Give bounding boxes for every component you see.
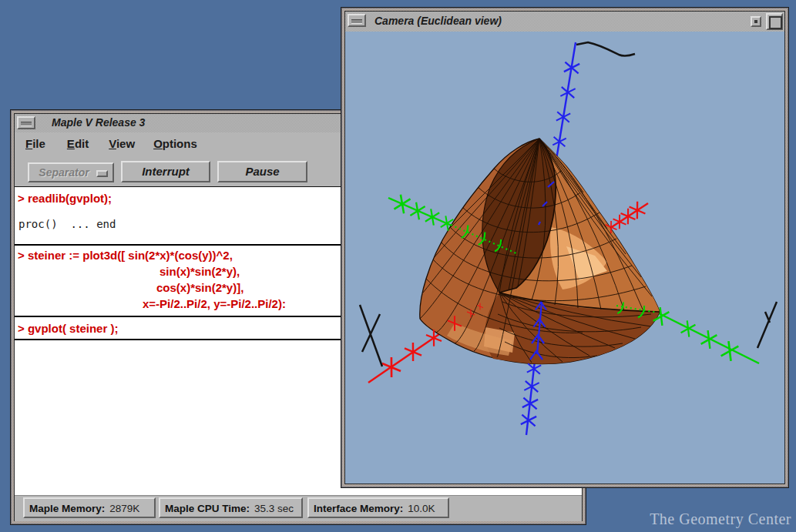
cell3-input[interactable]: > gvplot( steiner ); (18, 322, 118, 335)
menu-edit[interactable]: Edit (65, 137, 90, 150)
cell1-input[interactable]: > readlib(gvplot); (18, 192, 112, 205)
camera-window-inner: Camera (Euclidean view) (345, 12, 784, 483)
maximize-button[interactable] (766, 13, 783, 30)
maple-statusbar: Maple Memory:2879K Maple CPU Time:35.3 s… (15, 495, 582, 521)
cell2-input-line4[interactable]: x=-Pi/2..Pi/2, y=-Pi/2..Pi/2): (143, 297, 286, 310)
cell2-input-line1[interactable]: > steiner := plot3d([ sin(2*x)*(cos(y))^… (18, 249, 233, 262)
cell1-command[interactable]: readlib(gvplot); (28, 192, 112, 205)
cell2-prompt: > (18, 249, 25, 262)
separator-label: Separator (39, 166, 89, 179)
cell2-command-line1[interactable]: steiner := plot3d([ sin(2*x)*(cos(y))^2, (28, 249, 233, 262)
window-menu-button[interactable] (17, 116, 35, 129)
cell2-input-line2[interactable]: sin(x)*sin(2*y), (160, 265, 240, 278)
axis-label-z (576, 42, 635, 56)
status-cpu-time: Maple CPU Time:35.3 sec (159, 497, 303, 518)
steiner-surface-plot[interactable] (345, 32, 784, 483)
camera-3d-viewport[interactable] (345, 32, 784, 483)
cell3-prompt: > (18, 322, 25, 335)
status-maple-memory: Maple Memory:2879K (23, 497, 156, 518)
window-menu-button[interactable] (348, 14, 366, 27)
camera-titlebar[interactable]: Camera (Euclidean view) (345, 12, 784, 32)
status-label: Maple CPU Time: (165, 503, 250, 514)
cell3-command[interactable]: gvplot( steiner ); (28, 322, 119, 335)
window-menu-icon (21, 122, 32, 126)
option-menu-icon (96, 170, 108, 177)
cell2-input-line3[interactable]: cos(x)*sin(2*y)], (156, 281, 244, 294)
status-value: 35.3 sec (254, 503, 294, 514)
desktop: { "desktop": { "credit": "The Geometry C… (0, 0, 796, 532)
status-label: Interface Memory: (314, 503, 403, 514)
status-value: 10.0K (408, 503, 435, 514)
menu-view[interactable]: View (107, 137, 136, 150)
pause-button[interactable]: Pause (217, 161, 307, 182)
menu-file[interactable]: File (24, 137, 47, 150)
interrupt-button[interactable]: Interrupt (121, 161, 210, 182)
cell1-output: proc() ... end (18, 218, 116, 230)
camera-window-title: Camera (Euclidean view) (374, 15, 502, 27)
separator-option-menu[interactable]: Separator (28, 162, 114, 182)
status-label: Maple Memory: (29, 503, 105, 514)
axis-label-y (757, 302, 777, 348)
camera-window: Camera (Euclidean view) (341, 8, 788, 487)
minimize-icon (754, 20, 757, 23)
window-menu-icon (351, 19, 362, 24)
minimize-button[interactable] (751, 16, 761, 27)
cell1-prompt: > (18, 192, 25, 205)
maximize-icon (769, 16, 782, 29)
status-interface-memory: Interface Memory:10.0K (307, 497, 449, 518)
menu-options[interactable]: Options (152, 137, 199, 150)
maple-window-title: Maple V Release 3 (52, 116, 145, 129)
axis-label-x (360, 305, 382, 366)
status-value: 2879K (109, 503, 139, 514)
desktop-credit: The Geometry Center (650, 510, 791, 528)
